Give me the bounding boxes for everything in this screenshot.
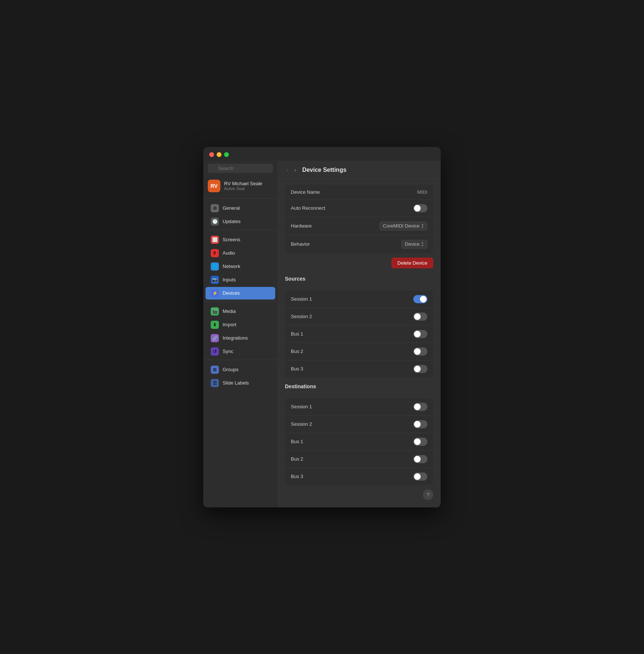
dest-bus1-row: Bus 1	[285, 433, 433, 451]
dest-session2-row: Session 2	[285, 416, 433, 433]
behavior-select[interactable]: Device ▲▼	[401, 240, 427, 249]
sidebar-divider	[203, 198, 277, 199]
dest-bus2-toggle[interactable]	[413, 455, 427, 463]
updates-icon: 🕐	[211, 218, 219, 226]
sidebar-label-network: Network	[223, 264, 240, 269]
sidebar-label-groups: Groups	[223, 367, 239, 372]
source-bus3-toggle[interactable]	[413, 365, 427, 373]
close-button[interactable]	[209, 152, 214, 157]
avatar: RV	[208, 180, 220, 192]
behavior-row: Behavior Device ▲▼	[285, 235, 433, 253]
sidebar-divider-2	[203, 230, 277, 230]
sidebar-label-updates: Updates	[223, 219, 240, 224]
sidebar-item-import[interactable]: ⬇ Import	[206, 318, 275, 331]
sidebar-label-general: General	[223, 205, 240, 211]
user-name: RV Michael Seale	[224, 181, 262, 186]
destinations-header: Destinations	[285, 377, 433, 392]
behavior-arrows: ▲▼	[421, 241, 424, 247]
sidebar-item-groups[interactable]: ⊞ Groups	[206, 363, 275, 376]
sidebar: ⌕ RV RV Michael Seale Active Seat ⚙ Gene…	[203, 161, 277, 507]
traffic-lights	[209, 152, 229, 157]
source-session2-label: Session 2	[291, 314, 312, 319]
sidebar-item-devices[interactable]: ⚡ Devices	[206, 287, 275, 300]
behavior-label: Behavior	[291, 241, 310, 247]
sidebar-divider-4	[203, 360, 277, 360]
hardware-select-value: CoreMIDI Device	[383, 223, 420, 229]
sidebar-item-inputs[interactable]: 📷 Inputs	[206, 274, 275, 286]
device-name-label: Device Name	[291, 189, 320, 195]
sidebar-item-slide-labels[interactable]: ☰ Slide Labels	[206, 377, 275, 389]
device-name-value: MIDI	[417, 189, 427, 195]
destinations-section: Session 1 Session 2 Bus 1 Bus 2	[285, 398, 433, 485]
dest-session1-label: Session 1	[291, 404, 312, 409]
back-button[interactable]: ‹	[285, 166, 290, 174]
user-status: Active Seat	[224, 186, 262, 191]
sidebar-label-import: Import	[223, 322, 236, 327]
hardware-label: Hardware	[291, 223, 312, 229]
sidebar-item-audio[interactable]: 🎙 Audio	[206, 247, 275, 259]
auto-reconnect-row: Auto Reconnect	[285, 200, 433, 217]
sidebar-label-audio: Audio	[223, 250, 235, 256]
page-title: Device Settings	[302, 167, 346, 173]
dest-bus2-row: Bus 2	[285, 451, 433, 468]
inputs-icon: 📷	[211, 276, 219, 284]
behavior-select-value: Device	[405, 241, 420, 247]
source-bus1-label: Bus 1	[291, 331, 303, 337]
slide-labels-icon: ☰	[211, 379, 219, 387]
sidebar-item-media[interactable]: 🎬 Media	[206, 305, 275, 318]
minimize-button[interactable]	[217, 152, 221, 157]
import-icon: ⬇	[211, 321, 219, 329]
source-bus3-label: Bus 3	[291, 366, 303, 372]
devices-icon: ⚡	[211, 289, 219, 297]
sidebar-label-slide-labels: Slide Labels	[223, 380, 249, 386]
titlebar	[203, 147, 441, 161]
device-info-section: Device Name MIDI Auto Reconnect Hardware…	[285, 185, 433, 253]
user-info: RV Michael Seale Active Seat	[224, 181, 262, 191]
search-container: ⌕	[203, 164, 277, 177]
sidebar-label-inputs: Inputs	[223, 277, 236, 282]
sidebar-label-sync: Sync	[223, 349, 233, 354]
source-session2-toggle[interactable]	[413, 313, 427, 321]
dest-session2-label: Session 2	[291, 421, 312, 427]
sidebar-item-updates[interactable]: 🕐 Updates	[206, 215, 275, 228]
sidebar-item-network[interactable]: 🌐 Network	[206, 260, 275, 273]
sidebar-item-integrations[interactable]: 🔗 Integrations	[206, 332, 275, 344]
audio-icon: 🎙	[211, 249, 219, 257]
dest-bus1-toggle[interactable]	[413, 438, 427, 446]
dest-session2-toggle[interactable]	[413, 420, 427, 428]
sidebar-item-sync[interactable]: ↺ Sync	[206, 345, 275, 358]
source-bus2-toggle[interactable]	[413, 347, 427, 356]
source-session1-toggle[interactable]	[413, 295, 427, 303]
search-input[interactable]	[208, 164, 273, 173]
dest-session1-row: Session 1	[285, 398, 433, 416]
source-session1-row: Session 1	[285, 291, 433, 308]
media-icon: 🎬	[211, 307, 219, 315]
content-body: Device Name MIDI Auto Reconnect Hardware…	[277, 179, 441, 507]
help-button[interactable]: ?	[423, 490, 433, 500]
sources-header: Sources	[285, 270, 433, 285]
sidebar-item-screens[interactable]: ⬜ Screens	[206, 233, 275, 246]
dest-session1-toggle[interactable]	[413, 403, 427, 411]
dest-bus3-row: Bus 3	[285, 468, 433, 485]
dest-bus3-label: Bus 3	[291, 474, 303, 479]
main-content: ‹ › Device Settings Device Name MIDI Aut…	[277, 161, 441, 507]
dest-bus3-toggle[interactable]	[413, 472, 427, 481]
delete-device-button[interactable]: Delete Device	[391, 258, 433, 268]
user-section[interactable]: RV RV Michael Seale Active Seat	[203, 177, 277, 197]
groups-icon: ⊞	[211, 366, 219, 374]
source-bus2-row: Bus 2	[285, 343, 433, 360]
maximize-button[interactable]	[224, 152, 229, 157]
source-bus1-toggle[interactable]	[413, 330, 427, 338]
source-bus1-row: Bus 1	[285, 326, 433, 343]
integrations-icon: 🔗	[211, 334, 219, 342]
forward-button[interactable]: ›	[293, 166, 298, 174]
sidebar-item-general[interactable]: ⚙ General	[206, 202, 275, 215]
main-window: ⌕ RV RV Michael Seale Active Seat ⚙ Gene…	[203, 147, 441, 507]
sidebar-label-devices: Devices	[223, 290, 240, 296]
delete-row: Delete Device	[285, 253, 433, 270]
hardware-select[interactable]: CoreMIDI Device ▲▼	[380, 222, 427, 230]
source-session2-row: Session 2	[285, 308, 433, 326]
sources-section: Session 1 Session 2 Bus 1 Bus 2	[285, 291, 433, 377]
auto-reconnect-toggle[interactable]	[413, 204, 427, 212]
network-icon: 🌐	[211, 262, 219, 271]
